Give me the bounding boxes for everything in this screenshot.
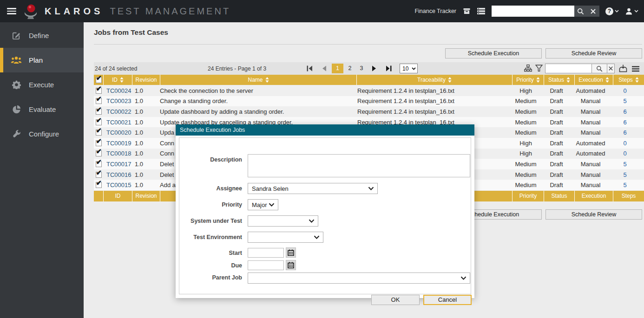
- steps-link[interactable]: 6: [623, 129, 626, 136]
- footer-cell-execution: Execution: [575, 191, 613, 201]
- ok-button[interactable]: OK: [371, 295, 420, 305]
- page-button-1[interactable]: 1: [332, 64, 343, 73]
- archive-icon[interactable]: [463, 7, 471, 15]
- steps-link[interactable]: 5: [623, 161, 626, 168]
- user-icon: [625, 7, 633, 15]
- hierarchy-view-icon[interactable]: [524, 65, 532, 74]
- parent-job-select[interactable]: [248, 273, 470, 284]
- row-checkbox[interactable]: ✔: [96, 161, 102, 167]
- table-row: ✔ TC00023 1.0 Change a standing order. R…: [94, 96, 644, 107]
- last-page-button[interactable]: [386, 65, 392, 71]
- sidebar-item-evaluate[interactable]: Evaluate: [0, 97, 84, 122]
- test-case-link[interactable]: TC00023: [106, 97, 131, 104]
- steps-link[interactable]: 0: [623, 140, 626, 147]
- test-case-link[interactable]: TC00021: [106, 119, 131, 126]
- steps-link[interactable]: 5: [623, 171, 626, 178]
- steps-link[interactable]: 6: [623, 108, 626, 115]
- page-button-2[interactable]: 2: [345, 64, 355, 73]
- select-all-checkbox[interactable]: ✔: [96, 77, 102, 83]
- test-case-link[interactable]: TC00017: [106, 161, 131, 168]
- brand-primary: KLAROS: [45, 6, 103, 17]
- table-search-input[interactable]: [545, 64, 591, 73]
- due-calendar-icon[interactable]: [286, 260, 296, 270]
- row-checkbox[interactable]: ✔: [96, 140, 102, 146]
- edit-icon: [10, 31, 22, 40]
- global-search-button[interactable]: [574, 6, 587, 17]
- help-menu[interactable]: ?: [605, 7, 619, 15]
- steps-link[interactable]: 0: [623, 87, 626, 94]
- global-search-clear-icon[interactable]: [587, 6, 599, 17]
- test-case-link[interactable]: TC00024: [106, 87, 131, 94]
- row-checkbox[interactable]: ✔: [96, 150, 102, 156]
- test-case-link[interactable]: TC00018: [106, 150, 131, 157]
- footer-cell-priority: Priority: [513, 191, 544, 201]
- row-checkbox[interactable]: ✔: [96, 88, 102, 94]
- sidebar-item-plan[interactable]: Plan: [0, 48, 84, 72]
- column-header-priority[interactable]: Priority: [513, 75, 544, 85]
- description-textarea[interactable]: [248, 154, 470, 177]
- test-case-link[interactable]: TC00015: [106, 182, 131, 188]
- page-button-3[interactable]: 3: [357, 64, 366, 73]
- page-size-select[interactable]: 10: [400, 64, 418, 73]
- user-menu[interactable]: [625, 7, 638, 15]
- help-icon: ?: [605, 7, 613, 15]
- test-case-link[interactable]: TC00019: [106, 140, 131, 147]
- row-checkbox[interactable]: ✔: [96, 119, 102, 125]
- column-header-name[interactable]: Name: [160, 75, 356, 85]
- test-case-link[interactable]: TC00016: [106, 171, 131, 178]
- row-checkbox[interactable]: ✔: [96, 98, 102, 104]
- start-date-input[interactable]: [248, 248, 284, 258]
- chevron-down-icon: [412, 67, 416, 70]
- table-search-clear-icon[interactable]: [607, 64, 614, 73]
- revision-cell: 1.0: [131, 161, 159, 168]
- status-cell: Draft: [541, 97, 572, 104]
- row-checkbox[interactable]: ✔: [96, 109, 102, 115]
- sidebar-item-execute[interactable]: Execute: [0, 72, 84, 97]
- column-header-traceability[interactable]: Traceability: [357, 75, 512, 85]
- test-case-link[interactable]: TC00020: [106, 129, 131, 136]
- schedule-review-button[interactable]: Schedule Review: [545, 48, 642, 58]
- column-header-execution[interactable]: Execution: [575, 75, 613, 85]
- sidebar-item-configure[interactable]: Configure: [0, 122, 84, 146]
- previous-page-button[interactable]: [322, 65, 327, 71]
- revision-cell: 1.0: [131, 108, 159, 115]
- start-label: Start: [186, 250, 242, 256]
- first-page-button[interactable]: [307, 65, 313, 71]
- column-header-status[interactable]: Status: [544, 75, 574, 85]
- select-all-header-cell[interactable]: ✔: [94, 75, 103, 85]
- schedule-execution-button[interactable]: Schedule Execution: [445, 48, 542, 58]
- main-menu-icon[interactable]: [7, 8, 16, 14]
- cancel-button[interactable]: Cancel: [423, 295, 472, 305]
- column-header-revision[interactable]: Revision: [132, 75, 160, 85]
- column-header-steps[interactable]: Steps: [613, 75, 644, 85]
- steps-link[interactable]: 5: [623, 182, 626, 188]
- row-checkbox[interactable]: ✔: [96, 130, 102, 136]
- steps-link[interactable]: 0: [623, 150, 626, 157]
- steps-link[interactable]: 6: [623, 119, 626, 126]
- sidebar-item-define[interactable]: Define: [0, 23, 84, 48]
- due-date-input[interactable]: [248, 260, 284, 270]
- test-case-link[interactable]: TC00022: [106, 108, 131, 115]
- steps-link[interactable]: 5: [623, 97, 626, 104]
- priority-select[interactable]: Major: [248, 199, 278, 210]
- assignee-value: Sandra Selen: [252, 185, 368, 192]
- execution-cell: Manual: [572, 108, 610, 115]
- assignee-select[interactable]: Sandra Selen: [248, 183, 378, 194]
- start-calendar-icon[interactable]: [286, 247, 296, 258]
- table-search-button[interactable]: [591, 64, 607, 73]
- row-checkbox[interactable]: ✔: [96, 182, 102, 188]
- system-under-test-select[interactable]: [248, 215, 318, 227]
- traceability-cell: Requirement 1.2.4 in testplan_16.txt: [355, 97, 510, 104]
- priority-label: Priority: [186, 201, 242, 208]
- row-checkbox[interactable]: ✔: [96, 172, 102, 178]
- schedule-review-button-bottom[interactable]: Schedule Review: [545, 209, 642, 220]
- column-header-id[interactable]: ID: [104, 75, 132, 85]
- filter-icon[interactable]: [535, 65, 543, 74]
- server-stack-icon[interactable]: [477, 7, 486, 15]
- test-environment-select[interactable]: [248, 232, 323, 243]
- global-search-input[interactable]: [492, 6, 574, 17]
- next-page-button[interactable]: [372, 65, 377, 71]
- table-menu-icon[interactable]: [632, 65, 639, 74]
- pie-chart-icon: [10, 105, 22, 114]
- import-icon[interactable]: [619, 65, 627, 74]
